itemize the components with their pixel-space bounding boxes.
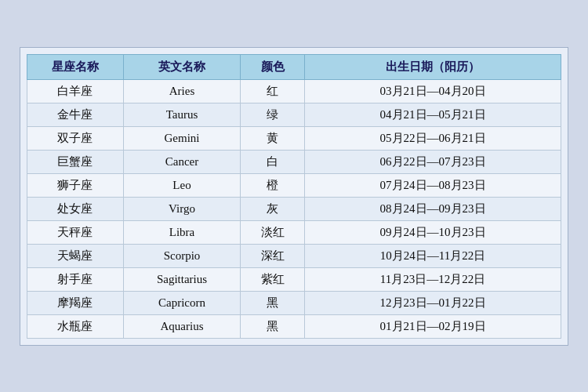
cell-color: 深红 (241, 244, 305, 267)
cell-color: 黄 (241, 126, 305, 150)
cell-date: 08月24日—09月23日 (305, 197, 561, 220)
cell-date: 12月23日—01月22日 (305, 291, 561, 314)
table-row: 摩羯座Capricorn黑12月23日—01月22日 (27, 291, 561, 314)
cell-date: 04月21日—05月21日 (305, 103, 561, 126)
header-cn: 星座名称 (27, 54, 124, 79)
table-row: 狮子座Leo橙07月24日—08月23日 (27, 173, 561, 197)
cell-en: Virgo (123, 197, 241, 220)
cell-cn: 狮子座 (27, 173, 124, 197)
cell-cn: 射手座 (27, 267, 124, 291)
cell-en: Capricorn (123, 291, 241, 314)
table-row: 天秤座Libra淡红09月24日—10月23日 (27, 220, 561, 244)
cell-en: Sagittarius (123, 267, 241, 291)
cell-date: 07月24日—08月23日 (305, 173, 561, 197)
cell-cn: 白羊座 (27, 79, 124, 103)
cell-color: 绿 (241, 103, 305, 126)
cell-cn: 双子座 (27, 126, 124, 150)
table-row: 射手座Sagittarius紫红11月23日—12月22日 (27, 267, 561, 291)
cell-en: Aries (123, 79, 241, 103)
cell-cn: 摩羯座 (27, 291, 124, 314)
cell-color: 紫红 (241, 267, 305, 291)
cell-en: Gemini (123, 126, 241, 150)
cell-color: 黑 (241, 314, 305, 338)
cell-en: Libra (123, 220, 241, 244)
cell-en: Cancer (123, 150, 241, 173)
cell-color: 橙 (241, 173, 305, 197)
cell-cn: 巨蟹座 (27, 150, 124, 173)
cell-color: 黑 (241, 291, 305, 314)
cell-cn: 天蝎座 (27, 244, 124, 267)
cell-date: 10月24日—11月22日 (305, 244, 561, 267)
cell-color: 淡红 (241, 220, 305, 244)
cell-cn: 水瓶座 (27, 314, 124, 338)
table-row: 处女座Virgo灰08月24日—09月23日 (27, 197, 561, 220)
cell-date: 01月21日—02月19日 (305, 314, 561, 338)
zodiac-table: 星座名称 英文名称 颜色 出生日期（阳历） 白羊座Aries红03月21日—04… (27, 54, 561, 339)
cell-date: 03月21日—04月20日 (305, 79, 561, 103)
cell-cn: 处女座 (27, 197, 124, 220)
cell-date: 11月23日—12月22日 (305, 267, 561, 291)
table-row: 白羊座Aries红03月21日—04月20日 (27, 79, 561, 103)
cell-en: Taurus (123, 103, 241, 126)
cell-date: 09月24日—10月23日 (305, 220, 561, 244)
header-date: 出生日期（阳历） (305, 54, 561, 79)
cell-color: 白 (241, 150, 305, 173)
cell-color: 红 (241, 79, 305, 103)
table-row: 双子座Gemini黄05月22日—06月21日 (27, 126, 561, 150)
cell-en: Scorpio (123, 244, 241, 267)
table-row: 巨蟹座Cancer白06月22日—07月23日 (27, 150, 561, 173)
cell-en: Aquarius (123, 314, 241, 338)
header-color: 颜色 (241, 54, 305, 79)
table-row: 水瓶座Aquarius黑01月21日—02月19日 (27, 314, 561, 338)
cell-color: 灰 (241, 197, 305, 220)
table-row: 金牛座Taurus绿04月21日—05月21日 (27, 103, 561, 126)
header-en: 英文名称 (123, 54, 241, 79)
cell-date: 05月22日—06月21日 (305, 126, 561, 150)
cell-date: 06月22日—07月23日 (305, 150, 561, 173)
table-row: 天蝎座Scorpio深红10月24日—11月22日 (27, 244, 561, 267)
main-container: 星座名称 英文名称 颜色 出生日期（阳历） 白羊座Aries红03月21日—04… (20, 47, 568, 346)
cell-cn: 金牛座 (27, 103, 124, 126)
cell-en: Leo (123, 173, 241, 197)
table-header-row: 星座名称 英文名称 颜色 出生日期（阳历） (27, 54, 561, 79)
cell-cn: 天秤座 (27, 220, 124, 244)
